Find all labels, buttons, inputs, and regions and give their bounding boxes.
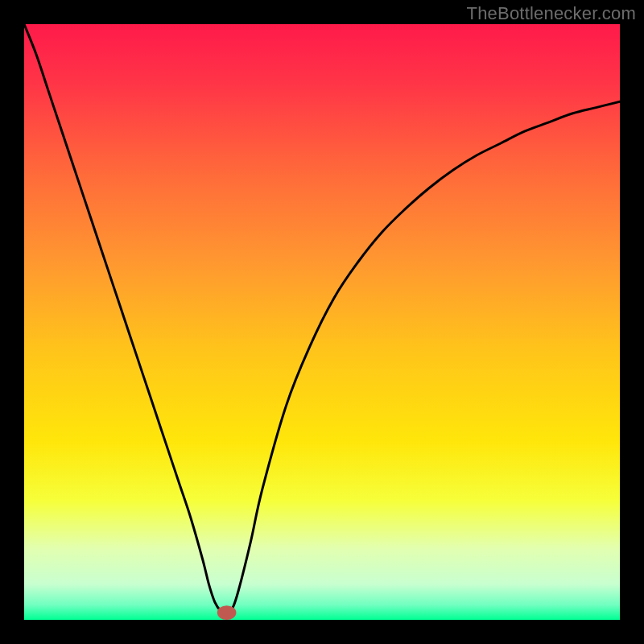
plot-area xyxy=(24,24,620,620)
watermark-text: TheBottlenecker.com xyxy=(467,3,636,24)
optimal-point-marker xyxy=(217,605,237,620)
chart-frame: TheBottlenecker.com xyxy=(0,0,644,644)
bottleneck-chart xyxy=(24,24,620,620)
